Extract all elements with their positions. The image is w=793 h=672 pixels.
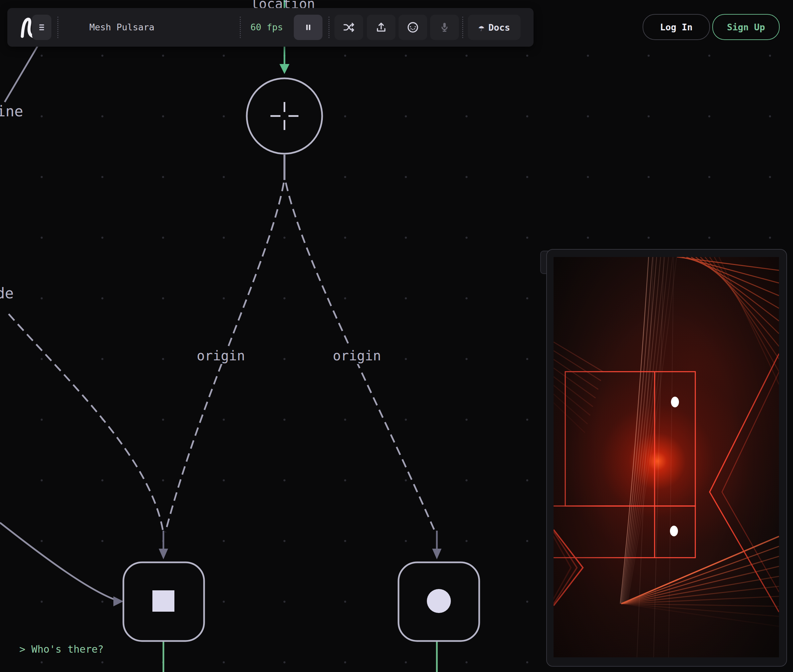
node-crosshair[interactable]: [247, 78, 322, 154]
fps-readout: 60 fps: [250, 8, 283, 46]
microphone-icon: [438, 21, 451, 34]
divider: [462, 17, 463, 38]
shuffle-button[interactable]: [335, 14, 363, 40]
arrowhead-down-icon: [279, 64, 290, 74]
preview-panel[interactable]: [546, 249, 787, 667]
midi-icon: [406, 21, 420, 34]
triangle-right: [710, 354, 779, 612]
status-prompt: > Who's there?: [19, 643, 104, 655]
label-origin-right: origin: [330, 347, 384, 364]
toolbar: Mesh Pulsara 60 fps: [7, 8, 533, 46]
midi-button[interactable]: [399, 14, 427, 40]
tracker-dot: [670, 526, 678, 536]
divider: [58, 17, 58, 38]
edge-top-left[interactable]: [5, 46, 38, 102]
generative-art: [554, 257, 779, 658]
sign-up-button[interactable]: Sign Up: [712, 14, 780, 40]
arrowhead-right-icon: [114, 596, 123, 606]
edge-de[interactable]: [9, 314, 163, 531]
circle-icon: [427, 589, 451, 613]
square-icon: [152, 590, 175, 612]
pause-icon: [303, 22, 313, 32]
upload-icon: [375, 21, 388, 34]
export-button[interactable]: [367, 14, 396, 40]
fan-top-right: [677, 257, 779, 384]
node-square[interactable]: [123, 562, 204, 641]
label-origin-left: origin: [194, 347, 248, 364]
fan-bottom: [621, 536, 779, 626]
divider: [240, 17, 241, 38]
patch-title[interactable]: Mesh Pulsara: [90, 8, 154, 46]
umbrella-icon: ☂: [478, 22, 484, 34]
chevron-left: [554, 515, 583, 620]
fan-central: [620, 257, 677, 604]
menu-button[interactable]: [32, 14, 51, 40]
node-editor-canvas[interactable]: location ine de origin origin > Who's th…: [0, 0, 793, 672]
arrowhead-down-icon: [159, 549, 168, 559]
arrowhead-down-icon: [432, 549, 442, 559]
node-circle[interactable]: [399, 562, 479, 641]
shuffle-icon: [343, 21, 355, 34]
docs-label: Docs: [489, 22, 510, 33]
pause-button[interactable]: [294, 14, 322, 40]
edge-bottom-left[interactable]: [0, 523, 114, 599]
wireframe-rects: [554, 372, 695, 558]
strands: [637, 257, 674, 658]
tracker-dot: [671, 397, 679, 407]
label-de-partial: de: [0, 285, 14, 302]
divider: [328, 17, 330, 38]
menu-icon: [36, 22, 47, 33]
log-in-button[interactable]: Log In: [642, 14, 710, 40]
docs-button[interactable]: ☂ Docs: [468, 14, 521, 40]
render-preview-canvas: [554, 257, 779, 658]
microphone-button[interactable]: [430, 14, 459, 40]
label-ine-partial: ine: [0, 103, 23, 120]
fan-top-left: [554, 342, 604, 433]
